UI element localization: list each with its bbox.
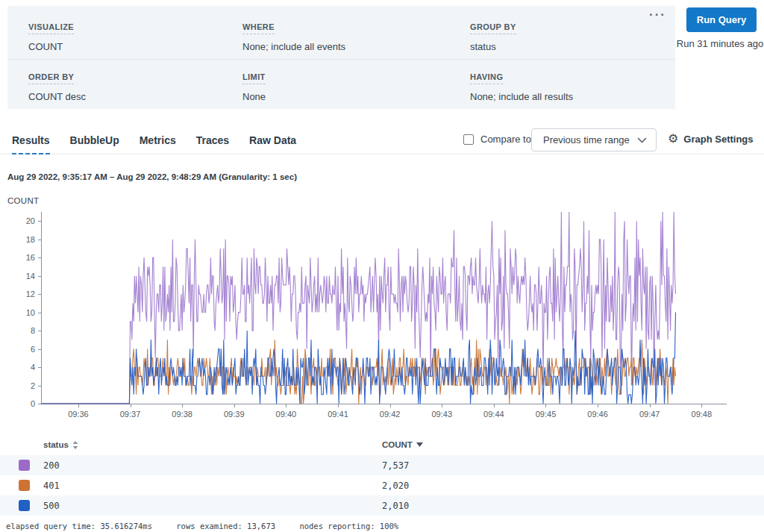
count-cell: 7,537 [382, 460, 409, 471]
svg-text:0: 0 [31, 399, 35, 408]
results-table: status COUNT 200 7,537 401 [0, 439, 764, 516]
svg-text:4: 4 [31, 363, 35, 372]
having-value: None; include all results [470, 91, 573, 102]
visualize-value: COUNT [28, 41, 74, 52]
status-header-label: status [43, 440, 69, 449]
table-row-status-200[interactable]: 200 7,537 [0, 455, 764, 475]
nodes-reporting: nodes reporting: 100% [299, 522, 398, 531]
order-by-value: COUNT desc [28, 91, 86, 102]
group-by-label: GROUP BY [470, 22, 516, 34]
table-row-status-401[interactable]: 401 2,020 [0, 475, 764, 495]
where-clause[interactable]: WHERE None; include all events [242, 19, 345, 52]
svg-text:14: 14 [26, 272, 35, 281]
svg-text:09:38: 09:38 [172, 410, 192, 419]
svg-text:09:37: 09:37 [120, 410, 141, 419]
tabs: Results BubbleUp Metrics Traces Raw Data [12, 128, 296, 154]
tab-results[interactable]: Results [12, 128, 50, 154]
status-cell: 200 [43, 460, 60, 471]
svg-text:12: 12 [26, 290, 35, 298]
honeycomb-query-page: VISUALIZE COUNT WHERE None; include all … [0, 0, 764, 532]
sort-desc-icon [416, 442, 423, 447]
limit-label: LIMIT [242, 72, 266, 84]
chevron-down-icon [637, 137, 647, 143]
having-clause[interactable]: HAVING None; include all results [470, 69, 573, 102]
table-row-status-500[interactable]: 500 2,010 [0, 495, 764, 516]
compare-to-checkbox[interactable] [463, 134, 474, 145]
series-swatch-500 [19, 500, 30, 511]
query-stats-footer: elapsed query time: 35.616274ms rows exa… [6, 522, 418, 531]
chart-metric-label: COUNT [7, 196, 39, 205]
having-label: HAVING [470, 72, 503, 84]
group-by-value: status [470, 41, 516, 52]
compare-to-control: Compare to [463, 134, 531, 145]
svg-text:09:40: 09:40 [276, 410, 297, 419]
last-run-text: Run 31 minutes ago [676, 37, 764, 51]
status-cell: 500 [43, 501, 60, 511]
status-column-header[interactable]: status [43, 440, 78, 449]
graph-settings-button[interactable]: ⚙ Graph Settings [668, 133, 754, 145]
group-by-clause[interactable]: GROUP BY status [470, 19, 516, 52]
svg-text:09:43: 09:43 [431, 410, 452, 419]
tab-metrics[interactable]: Metrics [140, 128, 176, 154]
svg-text:6: 6 [31, 345, 35, 354]
time-range-summary: Aug 29 2022, 9:35:17 AM – Aug 29 2022, 9… [7, 172, 297, 181]
series-swatch-200 [19, 460, 30, 471]
run-query-button[interactable]: Run Query [686, 7, 757, 32]
svg-text:10: 10 [26, 308, 35, 317]
limit-value: None [242, 91, 266, 102]
svg-text:09:39: 09:39 [224, 410, 245, 419]
compare-to-label: Compare to [480, 134, 531, 145]
tab-bar: Results BubbleUp Metrics Traces Raw Data… [0, 128, 764, 154]
panel-divider [7, 59, 675, 60]
table-header: status COUNT [0, 439, 764, 455]
time-range-selected-value: Previous time range [543, 134, 630, 145]
svg-text:09:47: 09:47 [639, 410, 660, 419]
order-by-label: ORDER BY [28, 72, 74, 84]
elapsed-query-time: elapsed query time: 35.616274ms [6, 522, 152, 531]
rows-examined: rows examined: 13,673 [176, 522, 275, 531]
svg-text:16: 16 [26, 253, 35, 262]
svg-text:09:46: 09:46 [587, 410, 608, 419]
more-options-icon[interactable]: ··· [649, 7, 666, 22]
svg-text:09:41: 09:41 [328, 410, 348, 419]
svg-text:09:36: 09:36 [68, 410, 89, 419]
svg-text:09:42: 09:42 [380, 410, 401, 419]
svg-text:09:45: 09:45 [536, 410, 557, 419]
svg-text:2: 2 [31, 381, 35, 390]
order-by-clause[interactable]: ORDER BY COUNT desc [28, 69, 86, 102]
count-cell: 2,010 [382, 501, 409, 511]
gear-icon: ⚙ [668, 133, 678, 145]
tab-raw-data[interactable]: Raw Data [249, 128, 296, 154]
query-builder-panel: VISUALIZE COUNT WHERE None; include all … [7, 6, 675, 109]
limit-clause[interactable]: LIMIT None [242, 69, 266, 102]
sort-updown-icon [72, 441, 78, 449]
count-line-chart[interactable]: 0246810121416182009:3609:3709:3809:3909:… [0, 209, 764, 423]
count-cell: 2,020 [382, 481, 409, 491]
count-column-header[interactable]: COUNT [382, 440, 423, 449]
visualize-clause[interactable]: VISUALIZE COUNT [28, 19, 74, 52]
count-header-label: COUNT [382, 440, 413, 449]
time-range-dropdown[interactable]: Previous time range [531, 128, 657, 151]
table-body: 200 7,537 401 2,020 500 2,010 [0, 455, 764, 516]
where-value: None; include all events [242, 41, 345, 52]
svg-text:09:44: 09:44 [483, 410, 504, 419]
where-label: WHERE [242, 22, 275, 34]
svg-text:8: 8 [31, 326, 35, 335]
svg-text:20: 20 [26, 216, 35, 225]
tab-bubbleup[interactable]: BubbleUp [70, 128, 119, 154]
svg-text:09:48: 09:48 [692, 410, 713, 419]
series-swatch-401 [19, 480, 30, 491]
visualize-label: VISUALIZE [28, 22, 74, 34]
status-cell: 401 [43, 481, 60, 491]
graph-settings-label: Graph Settings [683, 134, 753, 145]
svg-text:18: 18 [26, 235, 35, 244]
tab-traces[interactable]: Traces [196, 128, 229, 154]
